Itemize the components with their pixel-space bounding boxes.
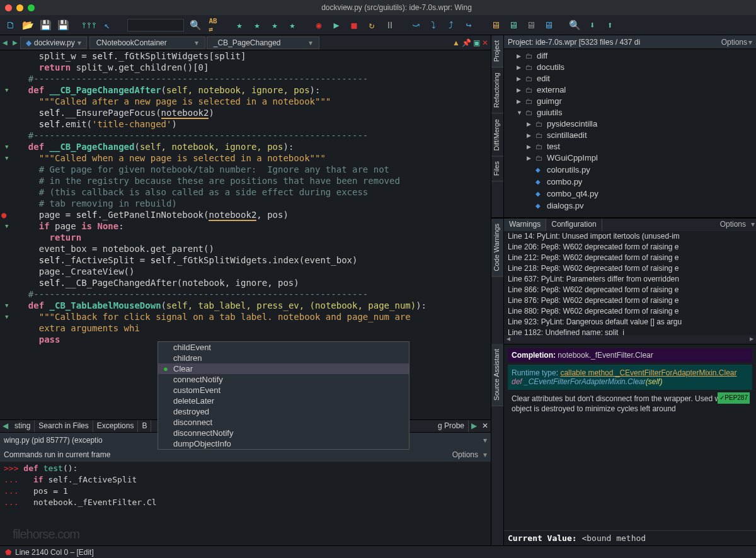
vtab-files[interactable]: Files [491,156,503,181]
up-arrow-icon[interactable]: ⬆ [604,19,616,31]
pointer-icon[interactable]: ↖ [101,19,113,31]
warnings-options-link[interactable]: Options [716,219,750,231]
tree-item[interactable]: ▶🗀pysidescintilla [504,118,756,130]
continue-icon[interactable]: ↪ [462,19,475,31]
tab-nav-left-icon[interactable]: ◀ [0,420,11,432]
tree-item[interactable]: ▶🗀external [504,84,756,96]
close-panel-icon[interactable]: ✕ [479,420,491,432]
bookmark-next-icon[interactable]: ★ [268,19,281,31]
scroll-left-icon[interactable]: ◀ [504,335,513,344]
tree-item[interactable]: ▶🗀scintillaedit [504,130,756,141]
completion-popup[interactable]: childEventchildrenClearconnectNotifycust… [158,341,410,450]
warning-item[interactable]: Line 637: PyLint: Parameters differ from… [504,274,756,285]
run-icon[interactable]: ▶ [330,19,343,31]
vtab-refactoring[interactable]: Refactoring [491,67,503,113]
tree-item[interactable]: ▶🗀docutils [504,62,756,73]
warning-item[interactable]: Line 866: Pep8: W602 deprecated form of … [504,285,756,295]
open-file-icon[interactable]: 📂 [21,19,34,31]
breadcrumb-method[interactable]: _CB_PageChanged▾ [207,37,319,49]
find-icon[interactable]: 🔍 [568,19,581,31]
warnings-tab[interactable]: Warnings [504,219,546,231]
completion-item[interactable]: destroyed [158,406,409,417]
completion-item[interactable]: deleteLater [158,396,409,406]
tree-item[interactable]: ▶🗀WGuiCppImpl [504,152,756,164]
monitor1-icon[interactable]: 🖥 [489,19,501,31]
step-over-icon[interactable]: ⤻ [410,19,422,31]
warnings-list[interactable]: Line 14: PyLint: Unused import itertools… [504,231,756,335]
warning-item[interactable]: Line 218: Pep8: W602 deprecated form of … [504,263,756,274]
bookmark-list-icon[interactable]: ★ [286,19,299,31]
vtab-project[interactable]: Project [491,35,503,67]
completion-item[interactable]: childEvent [158,342,409,353]
pin-icon[interactable]: 📌 [462,38,471,47]
record-icon[interactable]: ◉ [312,19,325,31]
bottom-tab-exceptions[interactable]: Exceptions [93,420,139,432]
stats-icon[interactable]: ⫯⫯⫯ [83,19,96,31]
tree-item[interactable]: combo_qt4.py [504,188,756,200]
bottom-tab-probe[interactable]: g Probe [434,420,469,432]
bookmark-prev-icon[interactable]: ★ [251,19,263,31]
monitor2-icon[interactable]: 🖥 [507,19,519,31]
tab-nav-right-icon[interactable]: ▶ [469,420,479,432]
warning-item[interactable]: Line 923: PyLint: Dangerous default valu… [504,317,756,327]
restart-icon[interactable]: ↻ [365,19,378,31]
completion-item[interactable]: children [158,353,409,363]
completion-item[interactable]: disconnectNotify [158,428,409,438]
completion-item[interactable]: customEvent [158,385,409,396]
warning-item[interactable]: Line 206: Pep8: W602 deprecated form of … [504,242,756,253]
tree-item[interactable]: ▶🗀diff [504,50,756,62]
completion-item[interactable]: dumpObjectInfo [158,438,409,449]
replace-icon[interactable]: AB⇄ [207,19,219,31]
tree-item[interactable]: ▶🗀edit [504,73,756,84]
configuration-tab[interactable]: Configuration [546,219,602,231]
save-icon[interactable]: 💾 [39,19,52,31]
stop-icon[interactable]: ■ [348,19,360,31]
warning-item[interactable]: Line 212: Pep8: W602 deprecated form of … [504,253,756,263]
down-arrow-icon[interactable]: ⬇ [586,19,598,31]
completion-item[interactable]: connectNotify [158,374,409,385]
vtab-source-assistant[interactable]: Source Assistant [491,344,503,406]
bookmark-star-icon[interactable]: ★ [233,19,246,31]
runtime-type-link[interactable]: callable method _CEventFilterForAdapterM… [560,368,736,377]
monitor4-icon[interactable]: 🖥 [542,19,554,31]
options-link[interactable]: Options [452,450,478,459]
tree-item[interactable]: ▶🗀test [504,141,756,152]
bottom-tab-search[interactable]: Search in Files [35,420,93,432]
warning-item[interactable]: Line 1182: Undefined name: split_i [504,327,756,335]
zoom-window-button[interactable] [28,4,35,11]
vtab-code-warnings[interactable]: Code Warnings [491,219,503,276]
tree-item[interactable]: colorutils.py [504,164,756,176]
tree-item[interactable]: combo.py [504,176,756,188]
split-icon[interactable]: ▣ [473,38,480,47]
breadcrumb-class[interactable]: CNotebookContainer▾ [89,37,205,49]
save-all-icon[interactable]: 💾 [57,19,69,31]
monitor3-icon[interactable]: 🖥 [524,19,537,31]
search-icon[interactable]: 🔍 [189,19,202,31]
tab-nav-right-icon[interactable]: ▶ [10,39,20,46]
completion-item[interactable]: Clear [158,363,409,374]
warning-triangle-icon[interactable]: ▲ [452,38,460,47]
tree-item[interactable]: ▶🗀guimgr [504,96,756,107]
step-out-icon[interactable]: ⤴ [445,19,457,31]
scroll-right-icon[interactable]: ▶ [747,335,756,344]
file-tab-dockview[interactable]: ◆ dockview.py ▾ [20,37,87,49]
completion-item[interactable]: disconnect [158,417,409,428]
project-tree[interactable]: ▶🗀diff▶🗀docutils▶🗀edit▶🗀external▶🗀guimgr… [504,49,756,217]
project-options-link[interactable]: Options [721,38,747,47]
close-tab-icon[interactable]: ✕ [482,38,488,47]
warning-item[interactable]: Line 14: PyLint: Unused import itertools… [504,231,756,242]
pause-icon[interactable]: ⏸ [383,19,396,31]
step-into-icon[interactable]: ⤵ [427,19,440,31]
close-window-button[interactable] [5,4,12,11]
new-file-icon[interactable]: 🗋 [4,19,16,31]
warning-item[interactable]: Line 880: Pep8: W602 deprecated form of … [504,306,756,317]
bottom-tab-testing[interactable]: sting [11,420,35,432]
tab-nav-left-icon[interactable]: ◀ [0,39,10,46]
bottom-tab-b[interactable]: B [138,420,151,432]
toolbar-search-input[interactable] [127,19,184,31]
tree-item[interactable]: dialogs.pv [504,200,756,212]
warning-item[interactable]: Line 876: Pep8: W602 deprecated form of … [504,295,756,306]
vtab-diff-merge[interactable]: Diff/Merge [491,114,503,157]
minimize-window-button[interactable] [16,4,23,11]
tree-item[interactable]: ▼🗀guiutils [504,107,756,118]
